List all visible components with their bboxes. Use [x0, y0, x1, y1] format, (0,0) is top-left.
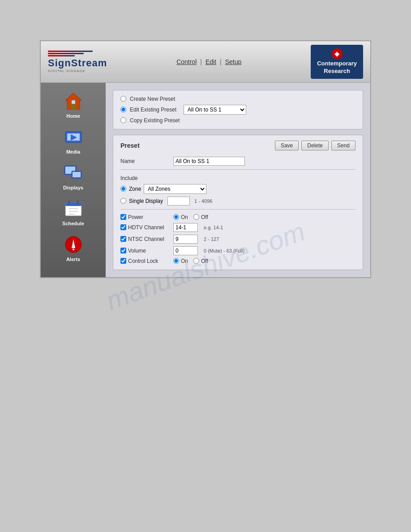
- hdtv-input[interactable]: [173, 223, 198, 232]
- delete-button[interactable]: Delete: [301, 141, 329, 150]
- create-preset-radio[interactable]: [120, 96, 126, 102]
- nav-edit[interactable]: Edit: [206, 58, 216, 65]
- ntsc-row: NTSC Channel 2 - 127: [120, 235, 355, 244]
- copy-preset-radio[interactable]: [120, 117, 126, 123]
- body-area: Home Media: [41, 83, 370, 277]
- control-lock-off-radio[interactable]: [193, 258, 199, 264]
- power-off-radio-group: Off: [193, 214, 208, 220]
- sidebar-item-home[interactable]: Home: [47, 87, 100, 121]
- control-lock-on-radio[interactable]: [173, 258, 179, 264]
- sidebar-item-media[interactable]: Media: [47, 123, 100, 157]
- nav-sep-1: |: [200, 58, 202, 65]
- sidebar-schedule-label: Schedule: [62, 221, 84, 226]
- settings-section: Power On Off: [120, 214, 355, 264]
- power-label[interactable]: Power: [128, 214, 143, 220]
- single-display-label[interactable]: Single Display: [129, 198, 163, 204]
- single-display-input[interactable]: [167, 197, 190, 206]
- preset-radio-group: Create New Preset Edit Existing Preset A…: [120, 96, 355, 124]
- hdtv-row: HDTV Channel e.g. 14-1: [120, 223, 355, 232]
- brand-logo: ◈ Contemporary Research: [311, 45, 363, 79]
- brand-name-line2: Research: [324, 68, 350, 74]
- hdtv-checkbox-group: HDTV Channel: [120, 224, 170, 231]
- volume-checkbox-group: Volume: [120, 248, 170, 254]
- copy-preset-label[interactable]: Copy Existing Preset: [130, 117, 180, 124]
- volume-label[interactable]: Volume: [128, 248, 146, 254]
- logo-subtitle: Digital Signage: [48, 69, 86, 73]
- volume-hint: 0 (Mute) - 63 (Full): [204, 248, 244, 253]
- power-on-radio[interactable]: [173, 214, 179, 220]
- ntsc-input[interactable]: [173, 235, 198, 244]
- send-button[interactable]: Send: [331, 141, 355, 150]
- svg-rect-9: [73, 172, 81, 177]
- ntsc-checkbox-group: NTSC Channel: [120, 236, 170, 242]
- control-lock-on-radio-group: On: [173, 258, 188, 264]
- control-lock-checkbox[interactable]: [120, 258, 126, 264]
- power-on-off: On Off: [173, 214, 208, 220]
- page-wrapper: SignStream Digital Signage Control | Edi…: [0, 0, 411, 532]
- ntsc-hint: 2 - 127: [204, 236, 219, 242]
- preset-panel-buttons: Save Delete Send: [275, 141, 355, 150]
- ntsc-checkbox[interactable]: [120, 236, 126, 242]
- save-button[interactable]: Save: [275, 141, 299, 150]
- alerts-icon: [62, 233, 85, 256]
- logo-sign: Sign: [48, 57, 71, 69]
- include-label: Include: [120, 175, 355, 181]
- control-lock-off-label[interactable]: Off: [201, 258, 208, 264]
- logo-area: SignStream Digital Signage: [48, 51, 107, 73]
- nav-menu: Control | Edit | Setup: [176, 58, 241, 65]
- sidebar-media-label: Media: [66, 149, 80, 154]
- volume-input[interactable]: [173, 246, 198, 255]
- brand-logo-text: Contemporary Research: [317, 60, 357, 75]
- sidebar-item-alerts[interactable]: Alerts: [47, 231, 100, 265]
- svg-rect-16: [77, 201, 79, 204]
- header: SignStream Digital Signage Control | Edi…: [41, 41, 370, 83]
- sidebar: Home Media: [41, 83, 106, 277]
- nav-setup[interactable]: Setup: [225, 58, 242, 65]
- control-lock-label[interactable]: Control Lock: [128, 258, 158, 264]
- power-checkbox[interactable]: [120, 214, 126, 220]
- single-display-radio[interactable]: [120, 198, 126, 204]
- nav-control[interactable]: Control: [176, 58, 197, 65]
- edit-preset-radio[interactable]: [120, 107, 126, 112]
- zone-dropdown[interactable]: All Zones Zone 1 Zone 2: [144, 184, 206, 194]
- power-off-label[interactable]: Off: [201, 214, 208, 220]
- sidebar-alerts-label: Alerts: [66, 257, 80, 262]
- preset-dropdown[interactable]: All On to SS 1 All On to SS 2 All Off: [184, 105, 246, 115]
- edit-preset-label[interactable]: Edit Existing Preset: [130, 107, 176, 113]
- hdtv-value: [173, 223, 200, 232]
- svg-rect-2: [72, 100, 75, 104]
- svg-rect-11: [65, 202, 81, 206]
- logo-line-2: [48, 53, 84, 54]
- nav-sep-2: |: [220, 58, 222, 65]
- brand-logo-icon: ◈: [332, 48, 342, 59]
- hdtv-checkbox[interactable]: [120, 224, 126, 230]
- svg-point-19: [73, 249, 74, 250]
- zone-radio[interactable]: [120, 186, 126, 192]
- ntsc-value: [173, 235, 200, 244]
- single-display-row: Single Display 1 - 4096: [120, 197, 355, 206]
- app-container: SignStream Digital Signage Control | Edi…: [40, 40, 371, 278]
- hdtv-hint: e.g. 14-1: [204, 225, 223, 230]
- sidebar-item-schedule[interactable]: Schedule: [47, 195, 100, 229]
- preset-panel-title: Preset: [120, 142, 140, 149]
- single-display-range: 1 - 4096: [194, 198, 212, 204]
- volume-checkbox[interactable]: [120, 248, 126, 253]
- logo-line-3: [48, 55, 75, 56]
- hdtv-label[interactable]: HDTV Channel: [128, 224, 164, 231]
- name-label: Name: [120, 158, 170, 164]
- create-preset-label[interactable]: Create New Preset: [130, 96, 175, 102]
- power-on-label[interactable]: On: [181, 214, 188, 220]
- ntsc-label[interactable]: NTSC Channel: [128, 236, 164, 242]
- power-off-radio[interactable]: [193, 214, 199, 220]
- preset-form: Name All On to SS 1: [120, 157, 355, 166]
- zone-radio-label[interactable]: Zone: [129, 186, 141, 192]
- sidebar-item-displays[interactable]: Displays: [47, 159, 100, 193]
- name-input[interactable]: All On to SS 1: [173, 157, 245, 166]
- name-row: Name All On to SS 1: [120, 157, 355, 166]
- brand-name-line1: Contemporary: [317, 60, 357, 67]
- sidebar-displays-label: Displays: [63, 185, 83, 190]
- schedule-icon: [62, 197, 85, 220]
- volume-row: Volume 0 (Mute) - 63 (Full): [120, 246, 355, 255]
- zone-row: Zone All Zones Zone 1 Zone 2: [120, 184, 355, 194]
- control-lock-on-label[interactable]: On: [181, 258, 188, 264]
